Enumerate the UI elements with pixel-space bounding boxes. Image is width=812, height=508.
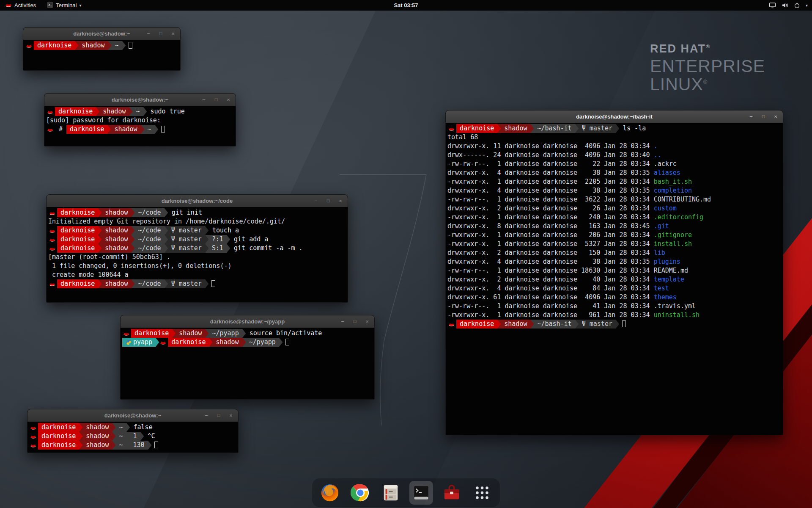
dock-item-firefox[interactable] — [318, 481, 342, 505]
minimize-button[interactable]: − — [748, 114, 754, 119]
terminal-text: bash_it.sh — [654, 177, 692, 186]
terminal-line: drwxrwxr-x. 2 darknoise darknoise 26 Jan… — [447, 204, 781, 213]
terminal-content[interactable]: darknoiseshadow~ falsedarknoiseshadow~1 … — [27, 422, 238, 453]
window-titlebar[interactable]: darknoise@shadow:~/code − □ × — [47, 195, 348, 207]
terminal-window-bash-it: darknoise@shadow:~/bash-it − □ × darknoi… — [445, 110, 783, 435]
redhat-icon — [48, 235, 57, 244]
close-button[interactable]: × — [225, 97, 231, 102]
minimize-button[interactable]: − — [340, 319, 346, 324]
prompt-segment-user: darknoise — [66, 125, 107, 134]
prompt-segment-host: shadow — [82, 441, 112, 450]
maximize-button[interactable]: □ — [760, 114, 766, 119]
terminal-cursor — [161, 126, 165, 133]
close-button[interactable]: × — [773, 114, 779, 119]
terminal-line: darknoiseshadow~/pyapp source bin/activa… — [122, 329, 373, 338]
terminal-line: [sudo] password for darknoise: — [46, 116, 234, 125]
terminal-window-home-1: darknoise@shadow:~ − □ × darknoiseshadow… — [23, 27, 181, 71]
terminal-content[interactable]: darknoiseshadow~/pyapp source bin/activa… — [121, 328, 374, 399]
powerline-separator — [131, 208, 134, 217]
powerline-separator — [575, 124, 579, 133]
powerline-separator — [530, 124, 534, 133]
powerline-separator — [205, 329, 208, 338]
dock-item-app-grid[interactable] — [470, 481, 494, 505]
maximize-button[interactable]: □ — [325, 199, 331, 203]
wallpaper-brand: RED HAT® ENTERPRISE LINUX® — [650, 42, 765, 94]
terminal-text: create mode 100644 a — [48, 271, 129, 279]
terminal-content[interactable]: darknoiseshadow~ — [23, 40, 180, 70]
window-title: darknoise@shadow:~/bash-it — [576, 113, 653, 120]
maximize-button[interactable]: □ — [213, 97, 219, 102]
display-icon[interactable] — [769, 2, 776, 8]
prompt-segment-user: darknoise — [456, 124, 497, 133]
minimize-button[interactable]: − — [201, 97, 207, 102]
activities-button[interactable]: Activities — [3, 0, 38, 11]
terminal-line: drwxrwxr-x. 61 darknoise darknoise 4096 … — [447, 293, 781, 302]
terminal-content[interactable]: darknoiseshadow~/code git initInitialize… — [47, 207, 348, 302]
terminal-line: drwx------. 24 darknoise darknoise 4096 … — [447, 151, 781, 160]
terminal-text: Initialized empty Git repository in /hom… — [48, 217, 285, 226]
window-titlebar[interactable]: darknoise@shadow:~ − □ × — [23, 28, 180, 40]
terminal-text: [sudo] password for darknoise: — [46, 116, 165, 125]
terminal-text: -rwxrwxr-x. 1 darknoise darknoise 5327 J… — [447, 240, 654, 248]
powerline-separator — [156, 338, 159, 347]
powerline-separator — [165, 235, 168, 244]
window-title: darknoise@shadow:~/code — [162, 198, 233, 204]
prompt-segment-host: shadow — [102, 226, 131, 235]
terminal-line: darknoiseshadow~/codeΨ masterS:1 git com… — [48, 244, 346, 253]
dock-item-terminal[interactable] — [409, 481, 433, 505]
minimize-button[interactable]: − — [145, 31, 151, 36]
powerline-separator — [98, 226, 102, 235]
close-button[interactable]: × — [364, 319, 370, 324]
prompt-segment-host: shadow — [99, 107, 129, 116]
redhat-icon — [48, 208, 57, 217]
terminal-content[interactable]: darknoiseshadow~/bash-itΨ master ls -lat… — [446, 123, 783, 435]
terminal-text: template — [654, 275, 684, 284]
prompt-segment-host: shadow — [176, 329, 205, 338]
minimize-button[interactable]: − — [313, 198, 319, 204]
terminal-text: test — [654, 284, 669, 293]
terminal-line: darknoiseshadow~ — [25, 41, 178, 50]
terminal-line: -rw-rw-r--. 1 darknoise darknoise 41 Jan… — [447, 302, 781, 311]
close-button[interactable]: × — [170, 31, 176, 36]
dock-item-chrome[interactable] — [348, 481, 372, 505]
close-button[interactable]: × — [228, 413, 234, 418]
terminal-cursor — [154, 442, 158, 448]
window-title: darknoise@shadow:~ — [104, 412, 161, 419]
toolbox-icon — [442, 483, 461, 502]
powerline-separator — [112, 441, 115, 450]
system-tray: ▾ — [769, 2, 812, 8]
dock-item-files[interactable] — [379, 481, 403, 505]
maximize-button[interactable]: □ — [216, 413, 222, 418]
powerline-separator — [205, 235, 208, 244]
minimize-button[interactable]: − — [203, 413, 209, 418]
terminal-line: # darknoiseshadow~ — [46, 125, 234, 134]
terminal-text: source bin/activate — [246, 329, 322, 338]
clock[interactable]: Sat 03:57 — [394, 2, 418, 8]
window-titlebar[interactable]: darknoise@shadow:~/bash-it − □ × — [446, 110, 783, 123]
terminal-text: git init — [168, 208, 202, 217]
terminal-text: plugins — [654, 257, 680, 266]
prompt-segment-user: darknoise — [168, 338, 209, 347]
terminal-line: -rwxrwxr-x. 1 darknoise darknoise 2205 J… — [447, 177, 781, 186]
terminal-content[interactable]: darknoiseshadow~ sudo true[sudo] passwor… — [44, 106, 236, 146]
app-menu-terminal[interactable]: Terminal ▾ — [45, 0, 83, 11]
maximize-button[interactable]: □ — [158, 31, 164, 36]
close-button[interactable]: × — [337, 198, 343, 204]
terminal-line: -rwxrwxr-x. 1 darknoise darknoise 961 Ja… — [447, 311, 781, 320]
volume-icon[interactable] — [782, 2, 788, 8]
powerline-separator — [112, 423, 115, 432]
dock-item-toolbox[interactable] — [440, 481, 464, 505]
window-titlebar[interactable]: darknoise@shadow:~ − □ × — [44, 94, 236, 106]
window-titlebar[interactable]: darknoise@shadow:~ − □ × — [27, 409, 238, 422]
prompt-segment-host: shadow — [501, 320, 530, 329]
redhat-icon — [48, 279, 57, 288]
maximize-button[interactable]: □ — [352, 319, 358, 324]
powerline-separator — [126, 441, 130, 450]
window-titlebar[interactable]: darknoise@shadow:~/pyapp − □ × — [121, 315, 374, 328]
power-icon[interactable] — [794, 2, 800, 8]
terminal-line: create mode 100644 a — [48, 271, 346, 279]
chevron-down-icon[interactable]: ▾ — [806, 3, 808, 8]
redhat-icon — [447, 124, 456, 133]
terminal-text: git add a — [230, 235, 268, 244]
redhat-icon — [29, 423, 38, 432]
